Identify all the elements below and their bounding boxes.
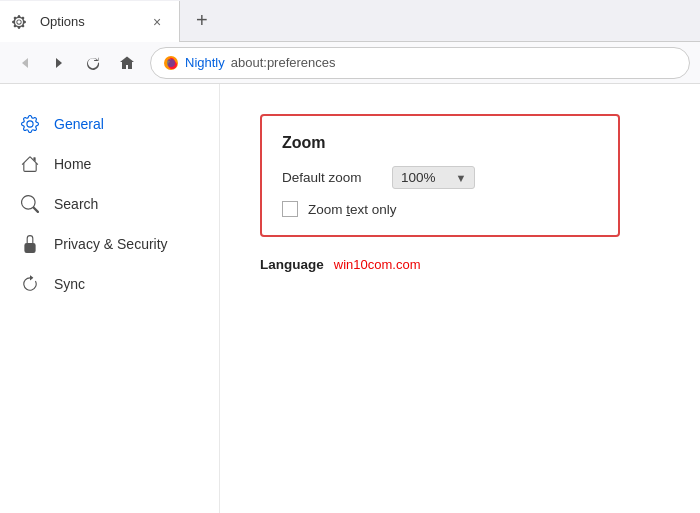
default-zoom-row: Default zoom 100% ▼ xyxy=(282,166,598,189)
zoom-text-only-checkbox[interactable] xyxy=(282,201,298,217)
zoom-select-dropdown[interactable]: 100% ▼ xyxy=(392,166,475,189)
sidebar-item-search[interactable]: Search xyxy=(0,184,219,224)
content-area: General Home Search xyxy=(0,84,700,513)
search-icon xyxy=(20,194,40,214)
title-bar: Options × + xyxy=(0,0,700,42)
zoom-section: Zoom Default zoom 100% ▼ Zoom text only xyxy=(260,114,620,237)
sidebar-item-sync[interactable]: Sync xyxy=(0,264,219,304)
tab-close-button[interactable]: × xyxy=(147,12,167,32)
sidebar-home-label: Home xyxy=(54,156,91,172)
firefox-logo-icon xyxy=(163,55,179,71)
chevron-down-icon: ▼ xyxy=(456,172,467,184)
nightly-label: Nightly xyxy=(185,55,225,70)
lock-icon xyxy=(20,234,40,254)
zoom-text-only-row: Zoom text only xyxy=(282,201,598,217)
default-zoom-label: Default zoom xyxy=(282,170,382,185)
gear-icon xyxy=(12,15,26,29)
back-button[interactable] xyxy=(10,48,40,78)
zoom-value: 100% xyxy=(401,170,436,185)
url-text: about:preferences xyxy=(231,55,336,70)
home-icon xyxy=(20,154,40,174)
sidebar-privacy-label: Privacy & Security xyxy=(54,236,168,252)
gear-icon xyxy=(20,114,40,134)
svg-point-1 xyxy=(167,59,175,67)
sidebar-item-privacy[interactable]: Privacy & Security xyxy=(0,224,219,264)
sidebar-search-label: Search xyxy=(54,196,98,212)
watermark: win10com.com xyxy=(334,257,421,272)
sidebar-item-home[interactable]: Home xyxy=(0,144,219,184)
sidebar-sync-label: Sync xyxy=(54,276,85,292)
language-label: Language xyxy=(260,257,324,272)
zoom-text-only-label: Zoom text only xyxy=(308,202,397,217)
sidebar-general-label: General xyxy=(54,116,104,132)
nav-bar: Nightly about:preferences xyxy=(0,42,700,84)
sidebar-item-general[interactable]: General xyxy=(0,104,219,144)
sidebar: General Home Search xyxy=(0,84,220,513)
forward-button[interactable] xyxy=(44,48,74,78)
sync-icon xyxy=(20,274,40,294)
new-tab-button[interactable]: + xyxy=(180,0,224,41)
tab-title: Options xyxy=(40,14,85,29)
zoom-title: Zoom xyxy=(282,134,598,152)
active-tab[interactable]: Options × xyxy=(0,1,180,42)
reload-button[interactable] xyxy=(78,48,108,78)
home-button[interactable] xyxy=(112,48,142,78)
language-row: Language win10com.com xyxy=(260,257,670,272)
main-content: Zoom Default zoom 100% ▼ Zoom text only … xyxy=(220,84,700,513)
address-bar[interactable]: Nightly about:preferences xyxy=(150,47,690,79)
